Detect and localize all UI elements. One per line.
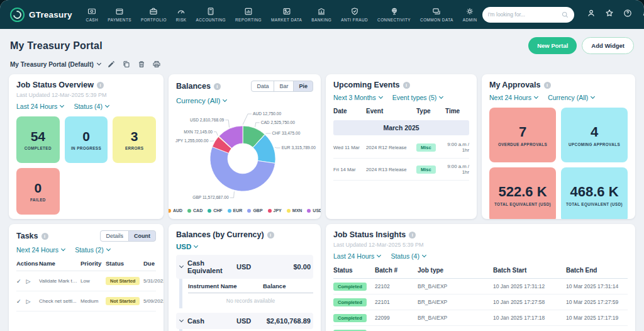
nav-item-label: RISK [176, 18, 187, 22]
print-icon[interactable] [153, 60, 160, 68]
stat-card[interactable]: 468.6 KTOTAL EQUIVALENT (USD) [561, 167, 628, 219]
nav-item-reporting[interactable]: REPORTING [235, 7, 262, 22]
star-icon[interactable] [605, 9, 614, 20]
nav-item-connectivity[interactable]: CONNECTIVITY [377, 7, 411, 22]
chevron-down-icon [534, 94, 538, 99]
banking-icon [317, 7, 326, 16]
slice-label-GBP: GBP 11,572,687.00 [192, 195, 229, 199]
balances-donut-chart[interactable]: AUD 12,750.00CAD 2,525,750.00CHF 33,475.… [172, 106, 317, 208]
balances-view-bar[interactable]: Bar [274, 81, 294, 92]
nav-item-accounting[interactable]: ACCOUNTING [196, 7, 226, 22]
brand[interactable]: GTreasury [10, 8, 72, 22]
info-icon[interactable]: i [214, 83, 221, 90]
help-icon[interactable] [623, 9, 632, 20]
status-filter[interactable]: Status (4) [391, 252, 426, 260]
delete-icon[interactable] [138, 60, 145, 68]
currency-section-header[interactable]: CashUSD$2,610,768.89 [176, 313, 313, 329]
legend-item-EUR[interactable]: EUR [228, 208, 243, 213]
chevron-down-icon [179, 264, 184, 268]
stat-card[interactable]: 4UPCOMING APPROVALS [561, 108, 628, 162]
edit-icon[interactable] [108, 60, 115, 68]
table-row[interactable]: ✓▷Check net settl...MediumNot Started5/0… [16, 291, 156, 311]
nav-item-market-data[interactable]: MARKET DATA [271, 7, 302, 22]
legend-item-AUD[interactable]: AUD [169, 208, 182, 213]
copy-icon[interactable] [123, 60, 130, 68]
tasks-view-details[interactable]: Details [100, 230, 129, 242]
complete-task-icon[interactable]: ✓ [16, 278, 21, 284]
stat-card[interactable]: 522.6 KTOTAL EQUIVALENT (USD) [489, 167, 556, 219]
time-range-filter[interactable]: Next 24 Hours [489, 94, 538, 101]
nav-item-payments[interactable]: PAYMENTS [108, 7, 131, 22]
stat-card[interactable]: 0IN PROGRESS [65, 116, 108, 163]
stat-card[interactable]: 3ERRORS [113, 116, 156, 163]
legend-item-GBP[interactable]: GBP [247, 208, 262, 213]
new-portal-button[interactable]: New Portal [528, 37, 577, 54]
user-icon[interactable] [587, 9, 596, 20]
event-types-filter[interactable]: Event types (5) [392, 94, 443, 101]
widget-title: Job Status Overview [16, 81, 94, 89]
table-row[interactable]: Completed22101BR_BAIEXP10 Jan 2025 17:27… [333, 295, 628, 310]
table-row[interactable]: Fri 14 Mar2024 R13 ReleaseMisc9:00 a.m /… [333, 159, 469, 181]
complete-task-icon[interactable]: ✓ [16, 298, 21, 305]
balances-view-pie[interactable]: Pie [293, 81, 313, 92]
table-row[interactable]: Completed22098BR_BAIEXP10 Jan 2025 17:13… [333, 326, 628, 331]
info-icon[interactable]: i [544, 82, 551, 89]
search-input[interactable] [488, 11, 558, 18]
legend-item-JPY[interactable]: JPY [268, 208, 282, 213]
time-range-filter[interactable]: Last 24 Hours [16, 103, 64, 110]
nav-item-portfolio[interactable]: PORTFOLIO [141, 7, 167, 22]
info-icon[interactable]: i [267, 232, 274, 238]
currency-filter[interactable]: USD [176, 243, 197, 250]
stat-card[interactable]: 7OVERDUE APPROVALS [489, 108, 556, 162]
bell-icon[interactable] [641, 9, 644, 20]
legend-item-MXN[interactable]: MXN [287, 208, 303, 213]
table-row[interactable]: Completed22102BR_BAIEXP10 Jan 2025 17:31… [333, 279, 628, 295]
start-task-icon[interactable]: ▷ [26, 278, 31, 284]
info-icon[interactable]: i [403, 82, 410, 89]
time-range-filter[interactable]: Last 24 Hours [333, 252, 380, 260]
nav-item-common-data[interactable]: COMMON DATA [420, 7, 453, 22]
nav-item-risk[interactable]: RISK [176, 7, 187, 22]
stat-card[interactable]: 0FAILED [16, 168, 60, 215]
month-band: March 2025 [333, 120, 469, 135]
top-nav: GTreasury CASHPAYMENTSPORTFOLIORISKACCOU… [0, 0, 644, 29]
stat-card[interactable]: 54COMPLETED [16, 116, 60, 163]
nav-item-label: MARKET DATA [271, 18, 302, 22]
global-search[interactable] [482, 7, 574, 23]
legend-item-CHF[interactable]: CHF [208, 208, 222, 213]
portal-selector[interactable]: My Treasury Portal (Default) [10, 61, 101, 68]
status-filter[interactable]: Status (2) [75, 246, 110, 254]
tasks-view-count[interactable]: Count [128, 230, 156, 242]
stat-value: 4 [591, 124, 598, 140]
job-status-badge: Completed [333, 283, 367, 291]
info-icon[interactable]: i [409, 232, 416, 238]
start-task-icon[interactable]: ▷ [26, 298, 31, 305]
table-row[interactable]: Wed 11 Mar2024 R12 ReleaseMisc9:00 a.m /… [333, 137, 469, 159]
balances-view-data[interactable]: Data [251, 81, 274, 92]
widget-title: Balances (by Currency) [176, 230, 264, 239]
nav-item-anti-fraud[interactable]: ANTI FRAUD [341, 7, 368, 22]
table-row[interactable]: ✓▷Validate Mark to...LowNot Started5/31/… [16, 271, 156, 291]
info-icon[interactable]: i [42, 233, 48, 240]
nav-item-label: REPORTING [235, 18, 262, 22]
legend-item-USD[interactable]: USD [307, 208, 321, 213]
nav-item-banking[interactable]: BANKING [311, 7, 331, 22]
legend-item-CAD[interactable]: CAD [187, 208, 203, 213]
time-range-filter[interactable]: Next 24 Hours [16, 246, 65, 254]
widget-grid: Job Status Overview i Last Updated 12-Ma… [0, 74, 644, 331]
legend-dot [169, 209, 171, 213]
add-widget-button[interactable]: Add Widget [582, 37, 634, 54]
legend-dot [228, 209, 231, 213]
widget-job-status-insights: Job Status Insights i Last Updated 12-Ma… [326, 224, 635, 331]
time-range-filter[interactable]: Next 3 Months [333, 94, 382, 101]
nav-item-admin[interactable]: ADMIN [463, 7, 477, 22]
stat-value: 468.6 K [570, 184, 618, 200]
currency-section-header[interactable]: Cash EquivalentUSD$0.00 [176, 255, 313, 279]
info-icon[interactable]: i [97, 82, 104, 89]
currency-filter[interactable]: Currency (All) [548, 94, 594, 101]
column-header: Time [445, 108, 469, 115]
table-row[interactable]: Completed22099BR_BAIEXP10 Jan 2025 17:17… [333, 310, 628, 326]
status-filter[interactable]: Status (4) [74, 103, 109, 110]
currency-filter[interactable]: Currency (All) [176, 97, 226, 104]
nav-item-cash[interactable]: CASH [86, 7, 99, 22]
